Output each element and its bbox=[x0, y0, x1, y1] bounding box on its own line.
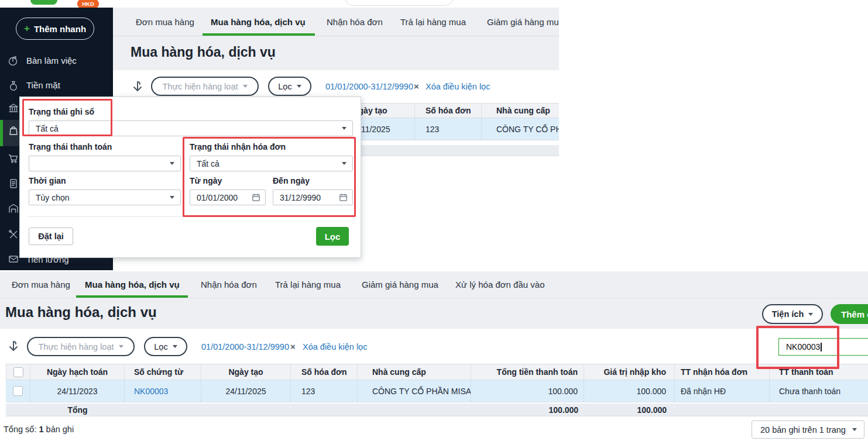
chevron-down-icon bbox=[342, 127, 346, 130]
cell-total-payment: 100.000 bbox=[471, 380, 584, 402]
cell-supplier: CÔNG TY CỔ PHẦN MISA bbox=[482, 118, 559, 140]
tab-giam-gia-hang-mua[interactable]: Giảm giá hàng mua bbox=[362, 271, 438, 298]
bottom-title-band: Mua hàng hóa, dịch vụ Tiện ích Thêm ch bbox=[0, 298, 868, 329]
cell-doc-no[interactable]: NK00003 bbox=[125, 380, 201, 402]
page-size-value: 20 bản ghi trên 1 trang bbox=[760, 425, 852, 435]
remove-filter-icon[interactable]: × bbox=[290, 337, 296, 356]
table-header-row: Ngày hạch toán Số chứng từ Ngày tạo Số h… bbox=[6, 364, 868, 380]
tab-xu-ly-hoa-don-dau-vao[interactable]: Xử lý hóa đơn đầu vào bbox=[455, 271, 544, 298]
top-tab-bar: Đơn mua hàng Mua hàng hóa, dịch vụ Nhận … bbox=[113, 8, 559, 36]
chevron-down-icon bbox=[173, 345, 177, 348]
col-header[interactable]: Số hóa đơn bbox=[415, 103, 482, 118]
bulk-action-label: Thực hiện hàng loạt bbox=[38, 342, 114, 351]
tab-nhan-hoa-don[interactable]: Nhận hóa đơn bbox=[201, 271, 257, 298]
warehouse-icon[interactable] bbox=[8, 202, 19, 214]
time-select[interactable]: Tùy chọn bbox=[29, 189, 181, 205]
bottom-tab-bar: Đơn mua hàng Mua hàng hóa, dịch vụ Nhận … bbox=[0, 271, 868, 298]
reset-button[interactable]: Đặt lại bbox=[29, 228, 73, 245]
col-header[interactable]: TT nhận hóa đơn bbox=[675, 364, 770, 380]
tab-mua-hang-hoa-dich-vu[interactable]: Mua hàng hóa, dịch vụ bbox=[85, 271, 180, 298]
cell-invoice-status: Đã nhận HĐ bbox=[675, 380, 770, 402]
record-count-suffix: bản ghi bbox=[46, 425, 74, 434]
sidebar-item-dashboard[interactable]: Bàn làm việc bbox=[0, 54, 113, 73]
col-header[interactable]: Ngày tạo bbox=[201, 364, 291, 380]
chevron-down-icon bbox=[119, 345, 123, 348]
row-checkbox[interactable] bbox=[13, 386, 23, 396]
highlight-box-invoice-status-dates bbox=[183, 137, 356, 217]
col-header[interactable]: Số chứng từ bbox=[125, 364, 201, 380]
add-document-label: Thêm ch bbox=[841, 309, 868, 319]
page-title: Mua hàng hóa, dịch vụ bbox=[5, 304, 157, 321]
col-header[interactable]: Nhà cung cấp bbox=[358, 364, 471, 380]
chevron-down-icon bbox=[808, 313, 813, 316]
active-tab-underline bbox=[76, 295, 188, 298]
global-search-box[interactable] bbox=[344, 0, 454, 6]
col-header[interactable]: Số hóa đơn bbox=[291, 364, 358, 380]
filter-button[interactable]: Lọc bbox=[144, 337, 187, 356]
cell-payment-status: Chưa thanh toán bbox=[770, 380, 868, 402]
misa-purchase-screen: HKD Đơn mua hàng Mua hàng hóa, dịch vụ N… bbox=[0, 0, 868, 448]
top-title-band: Mua hàng hóa, dịch vụ bbox=[113, 36, 559, 70]
col-header[interactable]: Giá trị nhập kho bbox=[584, 364, 675, 380]
clear-filter-link[interactable]: Xóa điều kiện lọc bbox=[303, 337, 367, 356]
table-row[interactable]: 24/11/2023 NK00003 24/11/2025 123 CÔNG T… bbox=[6, 380, 868, 402]
shopping-bag-icon bbox=[8, 125, 19, 136]
record-count-value: 1 bbox=[39, 425, 43, 434]
utilities-button[interactable]: Tiện ích bbox=[762, 304, 823, 324]
total-payment: 100.000 bbox=[471, 404, 584, 416]
tools-icon[interactable] bbox=[8, 229, 19, 240]
cell-invoice-no: 123 bbox=[291, 380, 358, 402]
tab-don-mua-hang[interactable]: Đơn mua hàng bbox=[12, 271, 70, 298]
tab-don-mua-hang[interactable]: Đơn mua hàng bbox=[136, 8, 194, 36]
bank-icon[interactable] bbox=[8, 102, 19, 113]
tab-tra-lai-hang-mua[interactable]: Trả lại hàng mua bbox=[275, 271, 341, 298]
total-label: Tổng bbox=[30, 404, 125, 416]
invoice-icon[interactable] bbox=[8, 178, 19, 189]
cell-created-date: 24/11/2025 bbox=[201, 380, 291, 402]
cell-invoice-no: 123 bbox=[415, 118, 482, 140]
tab-nhan-hoa-don[interactable]: Nhận hóa đơn bbox=[327, 8, 383, 36]
add-document-button[interactable]: Thêm ch bbox=[831, 304, 868, 324]
page-size-select[interactable]: 20 bản ghi trên 1 trang bbox=[752, 421, 864, 439]
col-header[interactable]: Tổng tiền thanh toán bbox=[471, 364, 584, 380]
export-icon[interactable] bbox=[7, 339, 20, 353]
total-stock-value: 100.000 bbox=[584, 404, 675, 416]
app-logo bbox=[30, 0, 57, 5]
sidebar-item-cash[interactable]: Tiền mặt bbox=[0, 78, 113, 97]
cell-posting-date: 24/11/2023 bbox=[30, 380, 125, 402]
select-all-checkbox[interactable] bbox=[13, 367, 23, 377]
utilities-label: Tiện ích bbox=[772, 309, 804, 319]
highlight-box-search bbox=[756, 326, 839, 369]
table-total-row: Tổng 100.000 100.000 bbox=[6, 403, 868, 416]
col-header[interactable]: Ngày hạch toán bbox=[30, 364, 125, 380]
tab-giam-gia-hang-mua[interactable]: Giảm giá hàng mua bbox=[487, 8, 559, 36]
cell-supplier: CÔNG TY CỔ PHẦN MISA bbox=[358, 380, 471, 402]
filter-button-label: Lọc bbox=[278, 82, 291, 91]
highlight-box-record-status bbox=[22, 99, 112, 136]
payment-status-select[interactable] bbox=[29, 156, 181, 171]
quick-add-button[interactable]: + Thêm nhanh bbox=[16, 18, 94, 40]
export-icon[interactable] bbox=[131, 80, 144, 94]
time-value: Tùy chọn bbox=[36, 193, 70, 202]
date-filter-chip: 01/01/2000-31/12/9990 bbox=[201, 337, 289, 356]
active-indicator-bar bbox=[0, 120, 3, 146]
dashboard-icon bbox=[8, 55, 19, 67]
chevron-down-icon bbox=[170, 196, 174, 199]
clear-filter-link[interactable]: Xóa điều kiện lọc bbox=[426, 77, 490, 96]
page-title: Mua hàng hóa, dịch vụ bbox=[131, 44, 276, 60]
bulk-action-label: Thực hiện hàng loạt bbox=[162, 82, 238, 91]
shopping-cart-icon[interactable] bbox=[8, 153, 19, 164]
plus-icon: + bbox=[24, 23, 30, 35]
tab-tra-lai-hang-mua[interactable]: Trả lại hàng mua bbox=[400, 8, 466, 36]
bulk-action-button[interactable]: Thực hiện hàng loạt bbox=[27, 337, 135, 356]
col-header[interactable]: Nhà cung cấp bbox=[482, 103, 559, 118]
filter-button[interactable]: Lọc bbox=[268, 77, 311, 96]
tab-mua-hang-hoa-dich-vu[interactable]: Mua hàng hóa, dịch vụ bbox=[211, 8, 306, 36]
remove-filter-icon[interactable]: × bbox=[414, 77, 419, 96]
apply-filter-button[interactable]: Lọc bbox=[316, 227, 349, 246]
filter-button-label: Lọc bbox=[154, 342, 167, 351]
time-label: Thời gian bbox=[29, 176, 66, 185]
sidebar-item-label: Tiền mặt bbox=[26, 80, 60, 90]
payment-status-label: Trạng thái thanh toán bbox=[29, 142, 112, 151]
bulk-action-button[interactable]: Thực hiện hàng loạt bbox=[151, 77, 259, 96]
